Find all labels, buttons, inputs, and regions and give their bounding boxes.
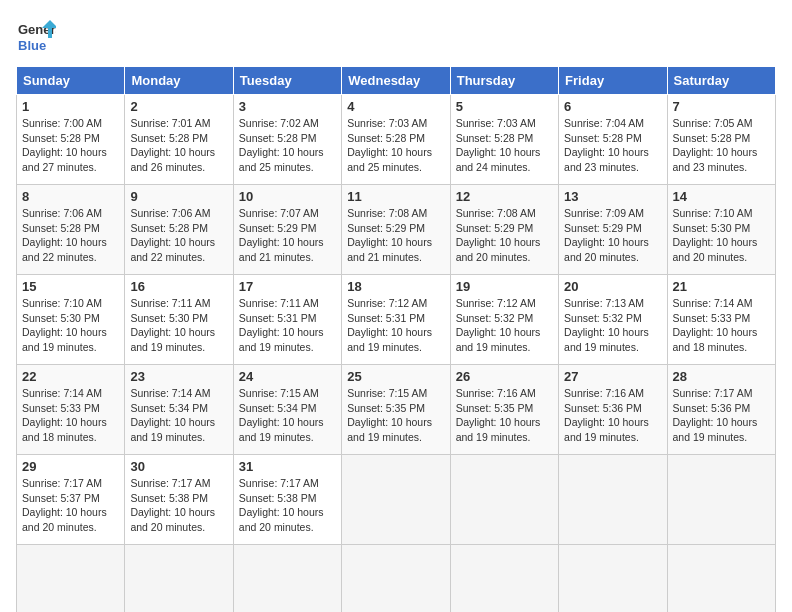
- cell-content: Sunrise: 7:16 AMSunset: 5:36 PMDaylight:…: [564, 387, 649, 443]
- day-number: 4: [347, 99, 444, 114]
- day-number: 16: [130, 279, 227, 294]
- day-number: 12: [456, 189, 553, 204]
- calendar-week-row: 8 Sunrise: 7:06 AMSunset: 5:28 PMDayligh…: [17, 185, 776, 275]
- cell-content: Sunrise: 7:17 AMSunset: 5:38 PMDaylight:…: [130, 477, 215, 533]
- day-number: 2: [130, 99, 227, 114]
- cell-content: Sunrise: 7:04 AMSunset: 5:28 PMDaylight:…: [564, 117, 649, 173]
- cell-content: Sunrise: 7:05 AMSunset: 5:28 PMDaylight:…: [673, 117, 758, 173]
- day-number: 6: [564, 99, 661, 114]
- table-row: 21 Sunrise: 7:14 AMSunset: 5:33 PMDaylig…: [667, 275, 775, 365]
- cell-content: Sunrise: 7:03 AMSunset: 5:28 PMDaylight:…: [456, 117, 541, 173]
- cell-content: Sunrise: 7:13 AMSunset: 5:32 PMDaylight:…: [564, 297, 649, 353]
- day-number: 29: [22, 459, 119, 474]
- table-row: 25 Sunrise: 7:15 AMSunset: 5:35 PMDaylig…: [342, 365, 450, 455]
- calendar-week-row: 15 Sunrise: 7:10 AMSunset: 5:30 PMDaylig…: [17, 275, 776, 365]
- table-row: 30 Sunrise: 7:17 AMSunset: 5:38 PMDaylig…: [125, 455, 233, 545]
- day-number: 7: [673, 99, 770, 114]
- page-header: General Blue: [16, 16, 776, 56]
- day-number: 18: [347, 279, 444, 294]
- cell-content: Sunrise: 7:16 AMSunset: 5:35 PMDaylight:…: [456, 387, 541, 443]
- day-number: 22: [22, 369, 119, 384]
- table-row: 9 Sunrise: 7:06 AMSunset: 5:28 PMDayligh…: [125, 185, 233, 275]
- table-row: 22 Sunrise: 7:14 AMSunset: 5:33 PMDaylig…: [17, 365, 125, 455]
- table-row: [125, 545, 233, 613]
- table-row: 18 Sunrise: 7:12 AMSunset: 5:31 PMDaylig…: [342, 275, 450, 365]
- day-number: 17: [239, 279, 336, 294]
- calendar-header-row: Sunday Monday Tuesday Wednesday Thursday…: [17, 67, 776, 95]
- day-number: 23: [130, 369, 227, 384]
- table-row: [667, 545, 775, 613]
- table-row: 1 Sunrise: 7:00 AMSunset: 5:28 PMDayligh…: [17, 95, 125, 185]
- col-tuesday: Tuesday: [233, 67, 341, 95]
- cell-content: Sunrise: 7:08 AMSunset: 5:29 PMDaylight:…: [456, 207, 541, 263]
- table-row: 6 Sunrise: 7:04 AMSunset: 5:28 PMDayligh…: [559, 95, 667, 185]
- day-number: 31: [239, 459, 336, 474]
- table-row: 8 Sunrise: 7:06 AMSunset: 5:28 PMDayligh…: [17, 185, 125, 275]
- day-number: 9: [130, 189, 227, 204]
- day-number: 14: [673, 189, 770, 204]
- calendar-table: Sunday Monday Tuesday Wednesday Thursday…: [16, 66, 776, 612]
- cell-content: Sunrise: 7:17 AMSunset: 5:37 PMDaylight:…: [22, 477, 107, 533]
- day-number: 30: [130, 459, 227, 474]
- table-row: 24 Sunrise: 7:15 AMSunset: 5:34 PMDaylig…: [233, 365, 341, 455]
- table-row: 5 Sunrise: 7:03 AMSunset: 5:28 PMDayligh…: [450, 95, 558, 185]
- day-number: 1: [22, 99, 119, 114]
- col-thursday: Thursday: [450, 67, 558, 95]
- table-row: 31 Sunrise: 7:17 AMSunset: 5:38 PMDaylig…: [233, 455, 341, 545]
- table-row: 16 Sunrise: 7:11 AMSunset: 5:30 PMDaylig…: [125, 275, 233, 365]
- day-number: 13: [564, 189, 661, 204]
- table-row: [342, 455, 450, 545]
- cell-content: Sunrise: 7:12 AMSunset: 5:31 PMDaylight:…: [347, 297, 432, 353]
- day-number: 10: [239, 189, 336, 204]
- cell-content: Sunrise: 7:11 AMSunset: 5:31 PMDaylight:…: [239, 297, 324, 353]
- table-row: [233, 545, 341, 613]
- cell-content: Sunrise: 7:10 AMSunset: 5:30 PMDaylight:…: [22, 297, 107, 353]
- cell-content: Sunrise: 7:14 AMSunset: 5:33 PMDaylight:…: [673, 297, 758, 353]
- table-row: [450, 545, 558, 613]
- table-row: [559, 545, 667, 613]
- logo-svg: General Blue: [16, 16, 56, 56]
- cell-content: Sunrise: 7:11 AMSunset: 5:30 PMDaylight:…: [130, 297, 215, 353]
- table-row: 4 Sunrise: 7:03 AMSunset: 5:28 PMDayligh…: [342, 95, 450, 185]
- col-saturday: Saturday: [667, 67, 775, 95]
- table-row: 17 Sunrise: 7:11 AMSunset: 5:31 PMDaylig…: [233, 275, 341, 365]
- calendar-week-row: 1 Sunrise: 7:00 AMSunset: 5:28 PMDayligh…: [17, 95, 776, 185]
- col-friday: Friday: [559, 67, 667, 95]
- table-row: 29 Sunrise: 7:17 AMSunset: 5:37 PMDaylig…: [17, 455, 125, 545]
- table-row: 20 Sunrise: 7:13 AMSunset: 5:32 PMDaylig…: [559, 275, 667, 365]
- cell-content: Sunrise: 7:07 AMSunset: 5:29 PMDaylight:…: [239, 207, 324, 263]
- table-row: 27 Sunrise: 7:16 AMSunset: 5:36 PMDaylig…: [559, 365, 667, 455]
- table-row: 26 Sunrise: 7:16 AMSunset: 5:35 PMDaylig…: [450, 365, 558, 455]
- table-row: 23 Sunrise: 7:14 AMSunset: 5:34 PMDaylig…: [125, 365, 233, 455]
- cell-content: Sunrise: 7:01 AMSunset: 5:28 PMDaylight:…: [130, 117, 215, 173]
- day-number: 15: [22, 279, 119, 294]
- cell-content: Sunrise: 7:14 AMSunset: 5:33 PMDaylight:…: [22, 387, 107, 443]
- table-row: 12 Sunrise: 7:08 AMSunset: 5:29 PMDaylig…: [450, 185, 558, 275]
- table-row: [342, 545, 450, 613]
- table-row: 19 Sunrise: 7:12 AMSunset: 5:32 PMDaylig…: [450, 275, 558, 365]
- table-row: 3 Sunrise: 7:02 AMSunset: 5:28 PMDayligh…: [233, 95, 341, 185]
- cell-content: Sunrise: 7:15 AMSunset: 5:35 PMDaylight:…: [347, 387, 432, 443]
- day-number: 24: [239, 369, 336, 384]
- cell-content: Sunrise: 7:06 AMSunset: 5:28 PMDaylight:…: [22, 207, 107, 263]
- table-row: 15 Sunrise: 7:10 AMSunset: 5:30 PMDaylig…: [17, 275, 125, 365]
- day-number: 20: [564, 279, 661, 294]
- table-row: 28 Sunrise: 7:17 AMSunset: 5:36 PMDaylig…: [667, 365, 775, 455]
- cell-content: Sunrise: 7:10 AMSunset: 5:30 PMDaylight:…: [673, 207, 758, 263]
- day-number: 26: [456, 369, 553, 384]
- col-monday: Monday: [125, 67, 233, 95]
- cell-content: Sunrise: 7:06 AMSunset: 5:28 PMDaylight:…: [130, 207, 215, 263]
- logo: General Blue: [16, 16, 56, 56]
- table-row: 2 Sunrise: 7:01 AMSunset: 5:28 PMDayligh…: [125, 95, 233, 185]
- table-row: [17, 545, 125, 613]
- day-number: 28: [673, 369, 770, 384]
- day-number: 3: [239, 99, 336, 114]
- calendar-week-row: 29 Sunrise: 7:17 AMSunset: 5:37 PMDaylig…: [17, 455, 776, 545]
- table-row: 10 Sunrise: 7:07 AMSunset: 5:29 PMDaylig…: [233, 185, 341, 275]
- cell-content: Sunrise: 7:14 AMSunset: 5:34 PMDaylight:…: [130, 387, 215, 443]
- day-number: 27: [564, 369, 661, 384]
- table-row: 13 Sunrise: 7:09 AMSunset: 5:29 PMDaylig…: [559, 185, 667, 275]
- cell-content: Sunrise: 7:09 AMSunset: 5:29 PMDaylight:…: [564, 207, 649, 263]
- table-row: 14 Sunrise: 7:10 AMSunset: 5:30 PMDaylig…: [667, 185, 775, 275]
- day-number: 19: [456, 279, 553, 294]
